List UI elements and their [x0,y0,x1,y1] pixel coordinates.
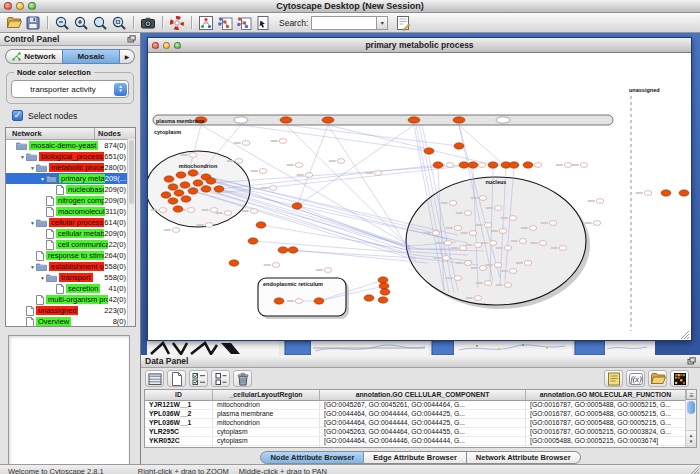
expander-icon[interactable]: ▼ [29,165,36,171]
selected-gene-node[interactable] [176,172,186,178]
network-overview[interactable] [8,335,130,469]
gene-node[interactable] [509,216,517,221]
selected-gene-node[interactable] [314,298,324,304]
tree-row[interactable]: secretion41(0) [6,283,135,294]
gene-node[interactable] [337,159,345,164]
gene-node[interactable] [454,276,462,281]
gene-node[interactable] [564,163,572,168]
edge[interactable] [286,125,411,249]
gene-node[interactable] [210,208,218,213]
gene-node[interactable] [224,211,232,216]
gene-node[interactable] [499,229,507,234]
gene-node[interactable] [494,206,502,211]
node-color-combobox[interactable]: transporter activity ▲▼ [11,80,129,98]
zoom-selected-button[interactable] [91,14,108,31]
selected-gene-node[interactable] [523,162,533,168]
tree-row[interactable]: response to stimulu264(0) [6,250,135,261]
gene-node[interactable] [593,221,601,226]
gene-node[interactable] [259,169,267,174]
selected-gene-node[interactable] [453,117,465,123]
gene-node[interactable] [549,221,557,226]
selected-gene-node[interactable] [168,184,178,190]
selected-gene-node[interactable] [256,222,266,228]
gene-node[interactable] [494,263,502,268]
edit-network-button[interactable] [235,14,252,31]
gene-node[interactable] [474,296,482,301]
frame-close-button[interactable] [152,42,159,49]
gene-node[interactable] [496,117,510,123]
gene-node[interactable] [172,228,180,233]
tree-scrollbar[interactable] [127,139,135,326]
attribute-table-header[interactable]: ID_cellularLayoutRegionannotation.GO CEL… [145,390,696,401]
tree-row[interactable]: nitrogen compoun209(0) [6,195,135,206]
tab-node-attribute-browser[interactable]: Node Attribute Browser [260,451,364,464]
selected-gene-node[interactable] [408,117,420,123]
search-input[interactable] [311,16,377,30]
gene-node[interactable] [469,231,477,236]
gene-node[interactable] [478,163,486,168]
selected-gene-node[interactable] [280,117,292,123]
gene-node[interactable] [205,223,213,228]
selected-gene-node[interactable] [459,162,469,168]
selected-gene-node[interactable] [173,206,183,212]
gene-node[interactable] [250,209,258,214]
unselect-attributes-button[interactable] [211,370,230,387]
gene-node[interactable] [305,173,313,178]
tree-row[interactable]: cell communicat22(0) [6,239,135,250]
gene-node[interactable] [189,153,197,158]
selected-gene-node[interactable] [468,162,478,168]
zoom-fit-button[interactable] [110,14,127,31]
table-row[interactable]: YPL036W__1mitochondrion[GO:0044464, GO:0… [145,419,696,428]
gene-node[interactable] [519,239,527,244]
gene-node[interactable] [534,163,542,168]
selected-gene-node[interactable] [379,283,389,289]
edge[interactable] [193,191,416,260]
tree-row[interactable]: ▼primary metabolic209(... [6,173,135,184]
window-resize-grip[interactable] [689,464,699,474]
selected-gene-node[interactable] [322,117,334,123]
attribute-report-button[interactable] [604,370,623,387]
gene-node[interactable] [235,159,243,164]
tab-network-attribute-browser[interactable]: Network Attribute Browser [467,451,581,464]
gene-node[interactable] [269,186,277,191]
gene-node[interactable] [559,246,567,251]
tree-row[interactable]: cellular metabol209(0) [6,228,135,239]
selected-gene-node[interactable] [174,190,184,196]
gene-node[interactable] [484,223,492,228]
selected-gene-node[interactable] [292,203,302,209]
table-scrollbar[interactable]: ▲▼ [685,400,696,447]
tree-row[interactable]: ▼biological_process651(0) [6,151,135,162]
tab-edge-attribute-browser[interactable]: Edge Attribute Browser [364,451,466,464]
help-button[interactable] [168,14,185,31]
table-row[interactable]: YLR295Ccytoplasm[GO:0045263, GO:0044464,… [145,428,696,437]
tabs-overflow-button[interactable]: ▶ [120,49,135,64]
selected-gene-node[interactable] [364,295,374,301]
selected-gene-node[interactable] [378,277,388,283]
frame-resize-grip[interactable] [681,331,689,339]
zoom-out-button[interactable] [53,14,70,31]
selected-gene-node[interactable] [164,176,174,182]
tree-row[interactable]: macromolecule311(0) [6,206,135,217]
tree-row[interactable]: nucleobase-c209(0) [6,184,135,195]
tree-row[interactable]: unassigned223(0) [6,305,135,316]
tree-row[interactable]: ▼transport558(0) [6,272,135,283]
gene-node[interactable] [432,231,440,236]
gene-node[interactable] [509,269,517,274]
selected-gene-node[interactable] [248,238,258,244]
selected-gene-node[interactable] [181,196,191,202]
gene-node[interactable] [295,299,303,304]
gene-node[interactable] [242,141,250,146]
gene-node[interactable] [272,263,280,268]
network-canvas[interactable]: plasma membranecytoplasmmitochondrionnuc… [148,53,691,340]
expander-icon[interactable]: ▼ [19,154,26,160]
gene-node[interactable] [442,256,450,261]
selected-gene-node[interactable] [278,247,288,253]
expander-icon[interactable]: ▼ [29,264,36,270]
vizmapper-button[interactable] [197,14,214,31]
edge[interactable] [241,125,429,151]
gene-node[interactable] [489,241,497,246]
tab-mosaic[interactable]: Mosaic [62,49,120,64]
expander-icon[interactable]: ▼ [39,176,46,182]
gene-node[interactable] [324,268,332,273]
float-panel-icon[interactable] [127,35,136,43]
